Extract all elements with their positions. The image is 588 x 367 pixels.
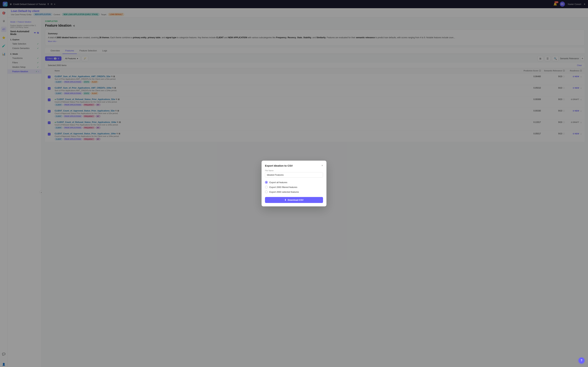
export-filtered-label: Export 2693 filtered features (269, 186, 297, 188)
download-icon: ⬇ (285, 199, 286, 201)
export-selected-option[interactable]: Export 2693 selected features (265, 190, 323, 194)
download-csv-button[interactable]: ⬇ Download CSV (265, 197, 323, 203)
export-selected-label: Export 2693 selected features (269, 191, 299, 193)
export-all-option[interactable]: Export all features (265, 180, 323, 185)
export-modal: Export Ideation to CSV × File Name Expor… (261, 161, 327, 206)
radio-selected-circle (265, 191, 268, 193)
radio-filtered-circle (265, 186, 268, 188)
modal-title: Export Ideation to CSV (265, 164, 293, 167)
modal-overlay[interactable]: Export Ideation to CSV × File Name Expor… (0, 0, 588, 367)
help-button[interactable]: ? (579, 358, 585, 364)
export-all-label: Export all features (269, 181, 287, 184)
export-filtered-option[interactable]: Export 2693 filtered features (265, 185, 323, 190)
radio-all-inner (266, 182, 267, 183)
file-name-input[interactable] (265, 172, 323, 177)
radio-all-circle (265, 181, 268, 184)
file-name-label: File Name (265, 169, 323, 172)
modal-header: Export Ideation to CSV × (265, 164, 323, 167)
download-label: Download CSV (288, 199, 303, 201)
modal-close-button[interactable]: × (321, 164, 323, 167)
